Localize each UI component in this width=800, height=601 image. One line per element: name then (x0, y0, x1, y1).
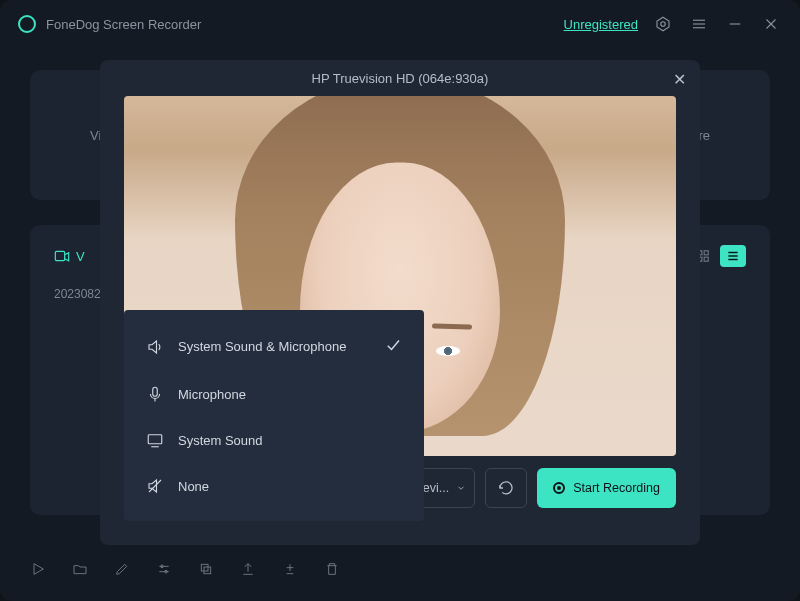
play-icon[interactable] (30, 561, 46, 581)
svg-rect-22 (204, 567, 211, 574)
list-view-icon[interactable] (720, 245, 746, 267)
svg-rect-28 (153, 387, 158, 396)
app-logo-icon (18, 15, 36, 33)
svg-rect-10 (704, 251, 708, 255)
undo-button[interactable] (485, 468, 527, 508)
modal-header: HP Truevision HD (064e:930a) ✕ (100, 60, 700, 96)
audio-dropdown: System Sound & Microphone Microphone Sys… (124, 310, 424, 521)
svg-marker-16 (34, 564, 43, 575)
titlebar: FoneDog Screen Recorder Unregistered (0, 0, 800, 48)
upload-icon[interactable] (240, 561, 256, 581)
audio-option-label: None (178, 479, 209, 494)
app-title: FoneDog Screen Recorder (46, 17, 201, 32)
audio-option-microphone[interactable]: Microphone (124, 371, 424, 417)
unregistered-link[interactable]: Unregistered (564, 17, 638, 32)
audio-option-none[interactable]: None (124, 463, 424, 509)
preview-eye (436, 346, 460, 356)
svg-rect-12 (704, 257, 708, 261)
svg-rect-8 (55, 251, 64, 260)
titlebar-controls: Unregistered (564, 13, 782, 35)
app-window: FoneDog Screen Recorder Unregistered Vid… (0, 0, 800, 601)
menu-icon[interactable] (688, 13, 710, 35)
camera-title: HP Truevision HD (064e:930a) (312, 71, 489, 86)
bottom-tools (30, 561, 340, 581)
audio-option-label: System Sound (178, 433, 263, 448)
svg-rect-21 (201, 564, 208, 571)
microphone-icon (146, 385, 164, 403)
audio-option-label: Microphone (178, 387, 246, 402)
add-icon[interactable] (282, 561, 298, 581)
sliders-icon[interactable] (156, 561, 172, 581)
record-dot-icon (553, 482, 565, 494)
mute-icon (146, 477, 164, 495)
layers-icon[interactable] (198, 561, 214, 581)
trash-icon[interactable] (324, 561, 340, 581)
tab-video[interactable]: V (54, 249, 85, 264)
modal-close-icon[interactable]: ✕ (673, 70, 686, 89)
svg-rect-30 (148, 435, 162, 444)
start-recording-label: Start Recording (573, 481, 660, 495)
check-icon (384, 336, 402, 357)
speaker-icon (146, 338, 164, 356)
monitor-icon (146, 431, 164, 449)
chevron-down-icon (456, 483, 466, 493)
svg-point-1 (661, 22, 666, 27)
folder-icon[interactable] (72, 561, 88, 581)
start-recording-button[interactable]: Start Recording (537, 468, 676, 508)
minimize-icon[interactable] (724, 13, 746, 35)
audio-option-label: System Sound & Microphone (178, 339, 346, 354)
edit-icon[interactable] (114, 561, 130, 581)
svg-marker-0 (657, 17, 669, 31)
audio-option-system-and-mic[interactable]: System Sound & Microphone (124, 322, 424, 371)
tab-video-label: V (76, 249, 85, 264)
close-icon[interactable] (760, 13, 782, 35)
settings-hex-icon[interactable] (652, 13, 674, 35)
audio-option-system-sound[interactable]: System Sound (124, 417, 424, 463)
